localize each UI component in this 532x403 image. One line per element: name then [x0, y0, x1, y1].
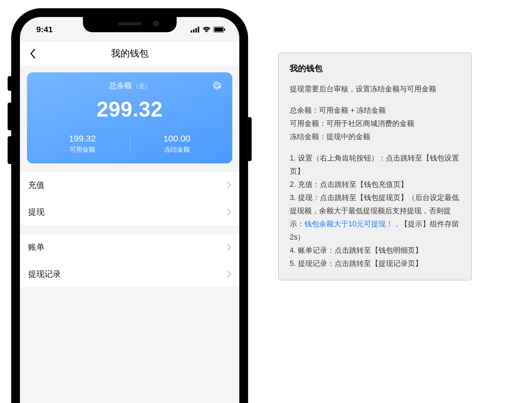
cell-label: 提现 — [28, 206, 45, 218]
page-title: 我的钱包 — [111, 47, 149, 60]
menu-group-2: 账单 提现记录 — [20, 234, 239, 288]
balance-label: 总余额（元） — [109, 81, 151, 91]
note-item-2: 2. 充值：点击跳转至【钱包充值页】 — [290, 178, 460, 191]
wifi-icon — [202, 27, 211, 33]
annotation-panel: 我的钱包 提现需要后台审核，设置冻结金额与可用金额 总余额：可用金额 + 冻结金… — [278, 53, 472, 280]
note-item-1: 1. 设置（右上角齿轮按钮）：点击跳转至【钱包设置页】 — [290, 151, 460, 178]
chevron-right-icon — [227, 209, 231, 216]
available-value: 199.32 — [35, 134, 130, 144]
note-item-3-highlight: 钱包余额大于10元可提现！， — [304, 220, 400, 228]
svg-rect-3 — [198, 27, 199, 33]
note-definitions: 总余额：可用金额 + 冻结金额 可用金额：可用于社区商城消费的金额 冻结金额：提… — [290, 104, 460, 143]
balance-total: 299.32 — [35, 97, 224, 121]
note-def-available: 可用金额：可用于社区商城消费的金额 — [290, 117, 460, 130]
phone-frame: 9:41 我的钱 — [12, 9, 248, 403]
cell-label: 提现记录 — [28, 269, 61, 280]
balance-available: 199.32 可用金额 — [35, 134, 130, 154]
cellular-icon — [191, 27, 200, 33]
note-def-frozen: 冻结金额：提现中的金额 — [290, 130, 460, 143]
battery-icon — [214, 27, 225, 33]
note-item-3: 3. 提现：点击跳转至【钱包提现页】（后台设定最低提现额，余额大于最低提现额后支… — [290, 191, 460, 244]
chevron-right-icon — [227, 244, 231, 251]
cell-label: 充值 — [28, 180, 45, 191]
note-item-5: 5. 提现记录：点击跳转至【提现记录页】 — [290, 257, 460, 270]
chevron-left-icon — [30, 49, 36, 59]
available-caption: 可用金额 — [35, 145, 130, 154]
menu-withdraw-records[interactable]: 提现记录 — [20, 261, 239, 288]
svg-rect-6 — [224, 28, 225, 31]
svg-rect-2 — [195, 28, 197, 33]
device-notch — [83, 17, 177, 32]
wallet-settings-button[interactable] — [211, 80, 223, 92]
menu-bills[interactable]: 账单 — [20, 234, 239, 261]
menu-group-1: 充值 提现 — [20, 172, 239, 226]
svg-rect-0 — [191, 30, 192, 33]
svg-rect-5 — [214, 28, 223, 32]
chevron-right-icon — [227, 271, 231, 278]
back-button[interactable] — [27, 48, 39, 59]
nav-bar: 我的钱包 — [20, 42, 239, 65]
note-subtitle: 提现需要后台审核，设置冻结金额与可用金额 — [290, 82, 460, 95]
frozen-caption: 冻结金额 — [130, 145, 224, 154]
note-item-4: 4. 账单记录：点击跳转至【钱包明细页】 — [290, 244, 460, 257]
status-time: 9:41 — [36, 25, 53, 34]
menu-withdraw[interactable]: 提现 — [20, 199, 239, 226]
note-title: 我的钱包 — [290, 63, 460, 74]
chevron-right-icon — [227, 182, 231, 189]
cell-label: 账单 — [28, 242, 45, 253]
frozen-value: 100.00 — [130, 134, 224, 144]
note-action-list: 1. 设置（右上角齿轮按钮）：点击跳转至【钱包设置页】 2. 充值：点击跳转至【… — [290, 151, 460, 270]
note-def-total: 总余额：可用金额 + 冻结金额 — [290, 104, 460, 117]
menu-recharge[interactable]: 充值 — [20, 172, 239, 199]
balance-frozen: 100.00 冻结金额 — [130, 134, 224, 154]
gear-icon — [212, 81, 222, 91]
svg-rect-1 — [193, 29, 195, 33]
balance-card: 总余额（元） 299.32 199.32 可用金额 — [27, 72, 232, 163]
